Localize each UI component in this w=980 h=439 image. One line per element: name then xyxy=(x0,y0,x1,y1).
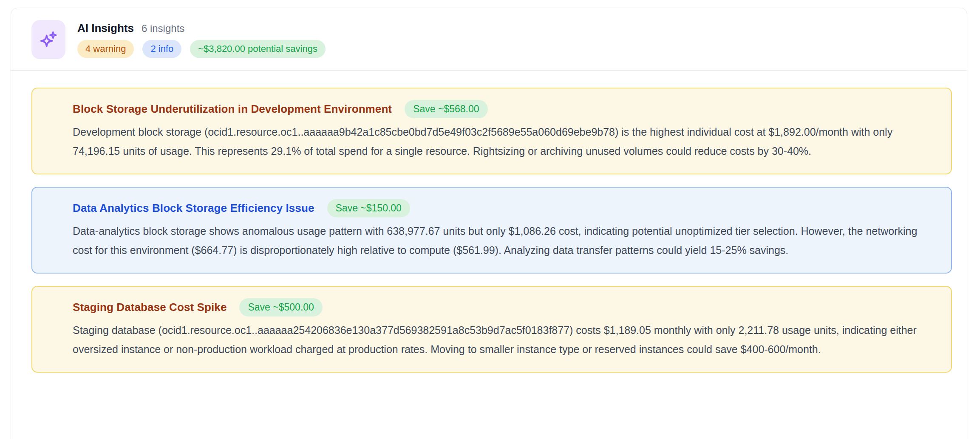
alert-triangle-icon xyxy=(48,200,65,217)
insight-header: Data Analytics Block Storage Efficiency … xyxy=(48,199,937,217)
insight-count: 6 insights xyxy=(142,23,184,34)
refresh-icon xyxy=(897,33,911,46)
collapse-button[interactable] xyxy=(931,31,948,48)
ai-insights-tile xyxy=(31,20,65,59)
info-count-badge: 2 info xyxy=(142,40,181,58)
header-text: AI Insights 6 insights 4 warning 2 info … xyxy=(77,22,326,58)
insight-title: Staging Database Cost Spike xyxy=(73,301,227,314)
refresh-button[interactable] xyxy=(895,31,912,48)
insight-title: Data Analytics Block Storage Efficiency … xyxy=(73,202,314,215)
insight-title: Block Storage Underutilization in Develo… xyxy=(73,103,392,116)
badge-row: 4 warning 2 info ~$3,820.00 potential sa… xyxy=(77,40,326,58)
sparkles-icon xyxy=(37,29,59,51)
insight-savings-badge: Save ~$568.00 xyxy=(405,100,487,118)
insight-header: Staging Database Cost Spike Save ~$500.0… xyxy=(48,298,937,316)
insight-description: Development block storage (ocid1.resourc… xyxy=(73,123,937,161)
insight-description: Staging database (ocid1.resource.oc1..aa… xyxy=(73,321,937,359)
potential-savings-badge: ~$3,820.00 potential savings xyxy=(190,40,326,58)
lightbulb-icon xyxy=(48,299,65,316)
lightbulb-icon xyxy=(48,100,65,118)
insight-card: Staging Database Cost Spike Save ~$500.0… xyxy=(31,286,952,373)
insight-savings-badge: Save ~$500.00 xyxy=(239,298,322,316)
ai-insights-panel: AI Insights 6 insights 4 warning 2 info … xyxy=(11,8,967,439)
insight-savings-badge: Save ~$150.00 xyxy=(327,199,410,217)
warning-count-badge: 4 warning xyxy=(77,40,134,58)
insight-card: Data Analytics Block Storage Efficiency … xyxy=(31,187,952,274)
panel-title: AI Insights xyxy=(77,22,134,35)
panel-header: AI Insights 6 insights 4 warning 2 info … xyxy=(11,8,967,71)
chevron-up-icon xyxy=(933,33,946,46)
insight-card: Block Storage Underutilization in Develo… xyxy=(31,88,952,174)
header-actions xyxy=(895,31,950,48)
insight-description: Data-analytics block storage shows anoma… xyxy=(73,222,937,260)
insight-header: Block Storage Underutilization in Develo… xyxy=(48,100,937,118)
insights-list: Block Storage Underutilization in Develo… xyxy=(11,71,967,390)
